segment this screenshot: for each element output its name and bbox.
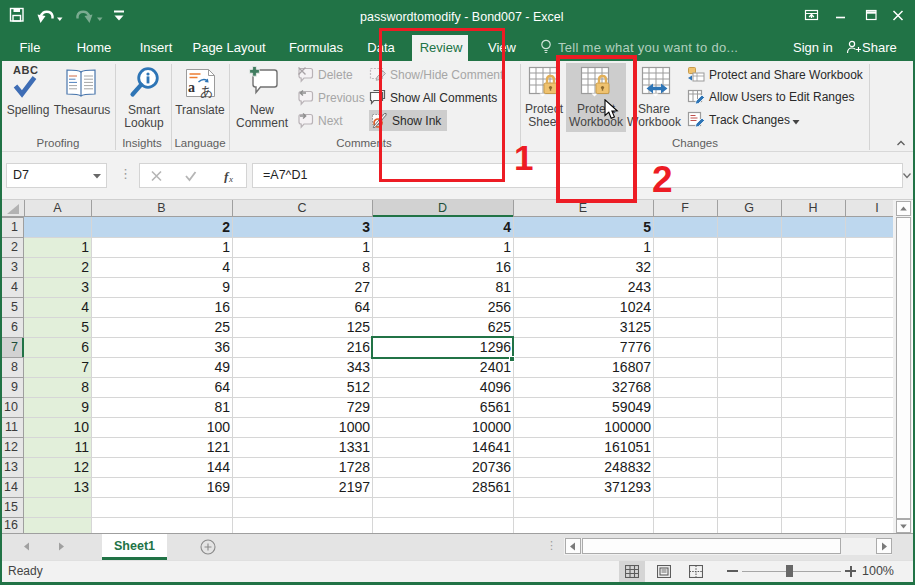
svg-text:あ: あ: [200, 84, 213, 98]
svg-text:a: a: [188, 80, 195, 95]
svg-text:x: x: [228, 174, 233, 183]
